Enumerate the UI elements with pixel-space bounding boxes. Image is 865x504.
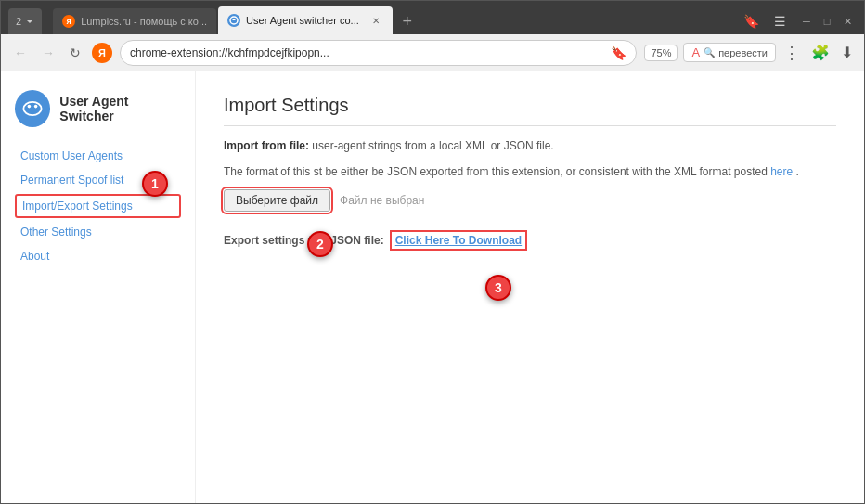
import-here-link[interactable]: here (770, 165, 793, 178)
reload-button[interactable]: ↻ (66, 42, 84, 64)
svg-point-2 (28, 105, 32, 109)
tab-inactive-lumpics[interactable]: я Lumpics.ru - помощь с ко... (53, 8, 216, 34)
svg-point-3 (34, 105, 38, 109)
download-icon[interactable]: ⬇ (839, 42, 855, 63)
import-desc-row1: Import from file: user-agent strings fro… (224, 137, 836, 154)
new-tab-button[interactable]: + (394, 8, 420, 34)
tab-active-switcher[interactable]: User Agent switcher co... ✕ (218, 6, 393, 34)
tab-active-label: User Agent switcher co... (246, 15, 359, 26)
zoom-badge[interactable]: 75% (644, 45, 678, 61)
sidebar: User Agent Switcher Custom User Agents P… (1, 71, 196, 503)
bookmark-manager-icon[interactable]: 🔖 (740, 12, 763, 31)
page-title: Import Settings (224, 95, 836, 126)
sidebar-item-other[interactable]: Other Settings (15, 222, 181, 242)
tab-bar: 2 я Lumpics.ru - помощь с ко... User Age… (1, 1, 864, 34)
annotation-3: 3 (485, 275, 511, 301)
import-desc2b: st be either be JSON exported from this … (314, 165, 768, 178)
file-input-row: Выберите файл Файл не выбран (224, 189, 836, 212)
tab-bar-actions: 🔖 ☰ ─ □ ✕ (740, 12, 857, 34)
svg-point-1 (24, 102, 42, 115)
back-button[interactable]: ← (10, 42, 31, 64)
close-button[interactable]: ✕ (838, 12, 857, 31)
import-desc1: user-agent strings from a local XML or J… (312, 139, 553, 152)
main-content: Import Settings Import from file: user-a… (196, 71, 864, 503)
menu-icon[interactable]: ☰ (770, 12, 790, 31)
more-options-button[interactable]: ⋮ (781, 41, 802, 65)
sidebar-item-custom[interactable]: Custom User Agents (15, 146, 181, 166)
sidebar-item-import-export[interactable]: Import/Export Settings (15, 194, 181, 218)
logo-icon (15, 90, 50, 127)
no-file-label: Файл не выбран (340, 194, 424, 207)
tab-close-button[interactable]: ✕ (368, 13, 383, 28)
address-text: chrome-extension://kchfmpdcejfkipopn... (130, 46, 605, 59)
import-section: Import from file: user-agent strings fro… (224, 137, 836, 212)
download-link[interactable]: Click Here To Download (390, 230, 527, 251)
maximize-button[interactable]: □ (818, 12, 836, 31)
sidebar-nav: Custom User Agents Permanent Spoof list … (15, 146, 181, 266)
toolbar-right: 🧩 ⬇ (809, 42, 855, 63)
bookmark-icon[interactable]: 🔖 (611, 45, 626, 60)
browser-window: 1 2 3 2 я Lumpics.ru - помощь с ко... Us… (0, 0, 865, 504)
export-label: Export settings to a JSON file: (224, 234, 384, 247)
tab-favicon-yandex: я (62, 15, 75, 28)
import-label: Import from file: (224, 139, 309, 152)
extensions-icon[interactable]: 🧩 (809, 42, 832, 63)
address-input-wrapper[interactable]: chrome-extension://kchfmpdcejfkipopn... … (120, 40, 637, 66)
translate-button[interactable]: A🔍 перевести (683, 43, 776, 62)
logo-text: User Agent Switcher (59, 94, 181, 123)
address-actions: 75% A🔍 перевести ⋮ (644, 41, 802, 65)
annotation-2: 2 (307, 231, 333, 257)
address-bar: ← → ↻ Я chrome-extension://kchfmpdcejfki… (1, 34, 864, 71)
annotation-1: 1 (142, 171, 168, 197)
tab-inactive-label: Lumpics.ru - помощь с ко... (81, 16, 207, 27)
yandex-logo[interactable]: Я (92, 43, 112, 63)
tab-favicon-switcher (227, 14, 240, 27)
sidebar-logo: User Agent Switcher (15, 90, 181, 127)
minimize-button[interactable]: ─ (797, 12, 816, 31)
tab-counter[interactable]: 2 (8, 8, 42, 34)
tab-count-label: 2 (16, 16, 21, 27)
import-desc2: The format of this (224, 165, 310, 178)
translate-label: перевести (718, 47, 768, 58)
choose-file-button[interactable]: Выберите файл (224, 189, 330, 212)
forward-button[interactable]: → (38, 42, 58, 64)
zoom-level: 75% (651, 47, 671, 58)
page-content: User Agent Switcher Custom User Agents P… (1, 71, 864, 503)
import-period: . (796, 165, 799, 178)
import-desc-row2: The format of this st be either be JSON … (224, 163, 836, 180)
sidebar-item-about[interactable]: About (15, 246, 181, 266)
